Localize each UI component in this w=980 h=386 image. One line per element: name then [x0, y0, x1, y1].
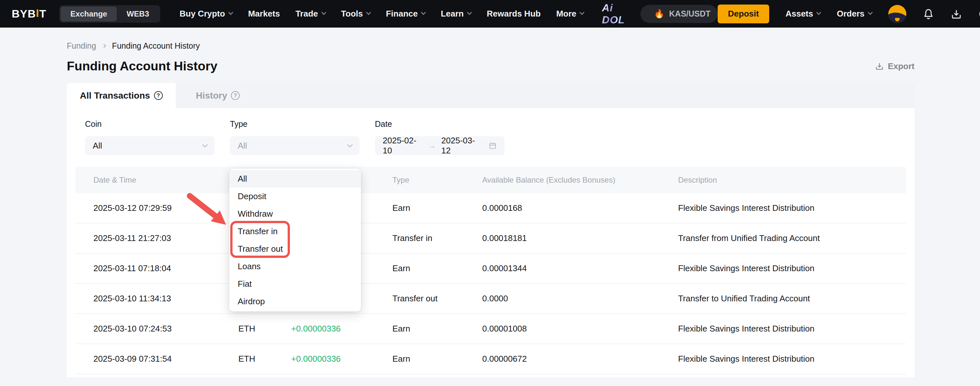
breadcrumb-current: Funding Account History: [112, 41, 200, 51]
nav-buy-crypto[interactable]: Buy Crypto: [180, 9, 232, 19]
search-input[interactable]: 🔥 KAS/USDT: [641, 5, 718, 23]
chevron-down-icon: [467, 10, 472, 15]
chevron-down-icon: [421, 10, 426, 15]
tab-strip: All Transactions ? History ?: [67, 83, 915, 108]
logo-text-1: BYB: [12, 8, 36, 20]
cell-type: Transfer out: [392, 293, 482, 304]
table-row: 2025-03-12 07:29:59 Earn 0.0000168 Flexi…: [75, 193, 906, 223]
type-option-fiat[interactable]: Fiat: [229, 275, 361, 293]
nav-right-group: Deposit Assets Orders: [718, 5, 980, 23]
type-option-transfer-in[interactable]: Transfer in: [229, 223, 361, 240]
date-range-picker[interactable]: 2025-02-10 → 2025-03-12: [375, 136, 504, 155]
cell-description: Flexible Savings Interest Distribution: [678, 263, 906, 273]
export-icon: [875, 62, 884, 71]
cell-date: 2025-03-09 07:31:54: [93, 354, 239, 364]
nav-more[interactable]: More: [556, 9, 584, 19]
cell-type: Transfer in: [392, 233, 482, 243]
language-button[interactable]: [978, 8, 980, 20]
bell-icon: [923, 8, 934, 20]
filter-type: Type All: [230, 120, 360, 155]
cell-amount: +0.00000336: [291, 324, 392, 334]
breadcrumb: Funding Funding Account History: [67, 41, 915, 51]
title-row: Funding Account History Export: [67, 59, 915, 73]
top-nav: BYBIT Exchange WEB3 Buy Crypto Markets T…: [0, 0, 980, 27]
type-option-withdraw[interactable]: Withdraw: [229, 205, 361, 223]
date-separator-icon: →: [428, 141, 436, 150]
download-app-button[interactable]: [950, 8, 962, 20]
cell-balance: 0.0000: [482, 293, 678, 304]
nav-tools[interactable]: Tools: [341, 9, 370, 19]
nav-trade[interactable]: Trade: [296, 9, 325, 19]
col-description: Description: [678, 175, 906, 185]
export-button[interactable]: Export: [875, 61, 915, 71]
chevron-down-icon: [867, 10, 873, 15]
table-row: 2025-03-10 11:34:13 Transfer out 0.0000 …: [75, 284, 906, 314]
type-option-all[interactable]: All: [229, 170, 361, 188]
help-icon[interactable]: ?: [231, 91, 240, 100]
avatar[interactable]: [888, 5, 907, 23]
chevron-down-icon: [321, 10, 326, 15]
filters: Coin All Type All Date: [67, 108, 915, 155]
col-date-time: Date & Time: [93, 175, 239, 185]
cell-type: Earn: [392, 324, 482, 334]
cell-description: Transfer to Unified Trading Account: [678, 293, 906, 304]
screen: BYBIT Exchange WEB3 Buy Crypto Markets T…: [0, 0, 980, 386]
chevron-down-icon: [202, 142, 208, 148]
cell-coin: ETH: [239, 324, 291, 334]
filter-date: Date 2025-02-10 → 2025-03-12: [375, 120, 504, 155]
coin-label: Coin: [85, 120, 215, 129]
search-value: KAS/USDT: [669, 9, 711, 19]
date-start[interactable]: 2025-02-10: [383, 136, 423, 156]
type-option-transfer-out[interactable]: Transfer out: [229, 240, 361, 258]
nav-rewards-hub[interactable]: Rewards Hub: [487, 9, 541, 19]
toggle-web3[interactable]: WEB3: [117, 6, 159, 21]
date-end[interactable]: 2025-03-12: [441, 136, 482, 156]
cell-balance: 0.0000168: [482, 203, 678, 213]
aidol-logo[interactable]: Ai DOL: [602, 2, 625, 26]
chevron-down-icon: [347, 142, 353, 148]
table-row: 2025-03-10 07:24:53 ETH +0.00000336 Earn…: [75, 314, 906, 344]
calendar-icon: [488, 141, 497, 150]
tab-history[interactable]: History ?: [176, 83, 260, 108]
cell-balance: 0.00000672: [482, 354, 678, 364]
cell-balance: 0.00001008: [482, 324, 678, 334]
breadcrumb-funding[interactable]: Funding: [67, 41, 96, 51]
cell-date: 2025-03-10 11:34:13: [93, 293, 239, 304]
deposit-button[interactable]: Deposit: [718, 5, 769, 23]
cell-description: Flexible Savings Interest Distribution: [678, 203, 906, 213]
download-icon: [950, 8, 962, 20]
exchange-web3-toggle: Exchange WEB3: [59, 5, 160, 23]
coin-select[interactable]: All: [85, 136, 215, 155]
nav-finance[interactable]: Finance: [386, 9, 425, 19]
notifications-button[interactable]: [923, 8, 934, 20]
fire-icon: 🔥: [654, 9, 665, 19]
cell-description: Flexible Savings Interest Distribution: [678, 354, 906, 364]
history-card: All Transactions ? History ? Coin All: [67, 83, 915, 377]
nav-markets[interactable]: Markets: [248, 9, 280, 19]
help-icon[interactable]: ?: [154, 91, 163, 100]
cell-date: 2025-03-10 07:24:53: [93, 324, 239, 334]
type-option-loans[interactable]: Loans: [229, 258, 361, 275]
type-option-airdrop[interactable]: Airdrop: [229, 293, 361, 310]
toggle-exchange[interactable]: Exchange: [60, 6, 117, 21]
type-select[interactable]: All: [230, 136, 360, 155]
logo-text-2: T: [39, 8, 46, 20]
logo-accent: I: [36, 7, 39, 19]
nav-orders[interactable]: Orders: [837, 9, 872, 19]
tab-all-transactions[interactable]: All Transactions ?: [67, 83, 176, 108]
globe-icon: [978, 8, 980, 20]
nav-learn[interactable]: Learn: [441, 9, 471, 19]
chevron-down-icon: [579, 10, 585, 15]
type-dropdown-menu: All Deposit Withdraw Transfer in Transfe…: [229, 169, 361, 311]
bybit-logo[interactable]: BYBIT: [12, 8, 46, 20]
type-option-deposit[interactable]: Deposit: [229, 188, 361, 205]
breadcrumb-separator-icon: [102, 44, 106, 48]
nav-assets[interactable]: Assets: [786, 9, 821, 19]
cell-date: 2025-03-11 07:18:04: [93, 263, 239, 273]
date-label: Date: [375, 120, 504, 129]
chevron-down-icon: [816, 10, 821, 15]
filter-coin: Coin All: [85, 120, 215, 155]
col-available-balance: Available Balance (Excludes Bonuses): [482, 175, 678, 185]
cell-type: Earn: [392, 354, 482, 364]
cell-amount: +0.00000336: [291, 354, 392, 364]
